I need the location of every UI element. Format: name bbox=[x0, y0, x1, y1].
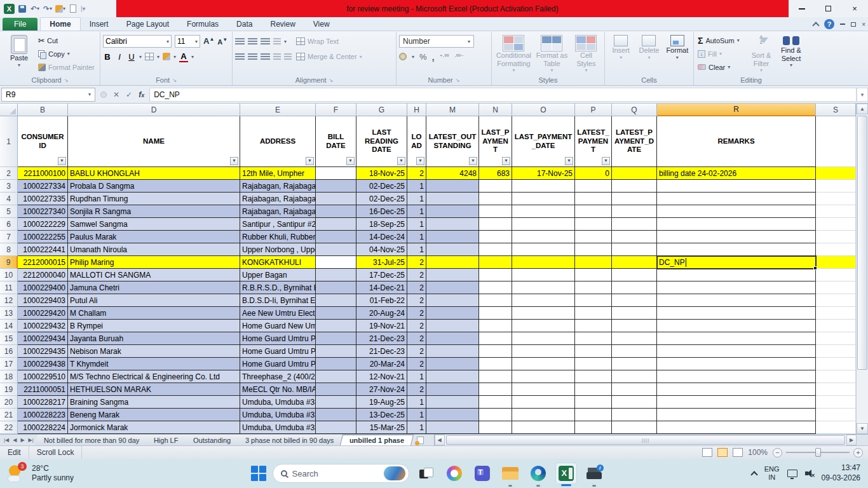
cell-bill_date-row11[interactable] bbox=[316, 281, 356, 294]
insert-cells-button[interactable]: Insert▾ bbox=[607, 34, 634, 75]
align-top-icon[interactable] bbox=[235, 38, 245, 45]
align-right-icon[interactable] bbox=[261, 53, 270, 60]
alignment-dialog-launcher[interactable]: ↘ bbox=[329, 78, 334, 83]
cell-last_payment-row13[interactable] bbox=[479, 307, 512, 320]
cell-address-row20[interactable]: Umduba, Umduba #331130010 bbox=[240, 396, 316, 409]
cell-last_reading-row19[interactable]: 27-Nov-24 bbox=[356, 383, 407, 396]
cell-name-row7[interactable]: Paulus Marak bbox=[68, 231, 240, 243]
cell-last_payment_date-row5[interactable] bbox=[512, 205, 575, 218]
find-select-button[interactable]: Find & Select▾ bbox=[776, 34, 806, 75]
cell-last_payment_date-row17[interactable] bbox=[512, 358, 575, 370]
network-icon[interactable] bbox=[787, 470, 797, 477]
cell-id-row18[interactable]: 1000229510 bbox=[18, 370, 68, 383]
task-view-button[interactable] bbox=[416, 463, 437, 484]
filter-dropdown-icon[interactable]: ▼ bbox=[565, 157, 573, 165]
cell-latest_payment_date-row3[interactable] bbox=[612, 180, 657, 193]
cell-last_reading-row10[interactable]: 17-Dec-25 bbox=[356, 269, 407, 281]
cell-id-row22[interactable]: 1000228224 bbox=[18, 421, 68, 434]
filter-dropdown-icon[interactable]: ▼ bbox=[416, 157, 424, 165]
select-all-corner[interactable] bbox=[0, 104, 18, 116]
cell-last_payment_date-row11[interactable] bbox=[512, 281, 575, 294]
cell-load-row2[interactable]: 2 bbox=[407, 167, 426, 180]
row-header-21[interactable]: 21 bbox=[0, 409, 18, 421]
cell-bill_date-row16[interactable] bbox=[316, 345, 356, 358]
row-header-17[interactable]: 17 bbox=[0, 358, 18, 370]
cell-id-row5[interactable]: 1000227340 bbox=[18, 205, 68, 218]
cell-bill_date-row13[interactable] bbox=[316, 307, 356, 320]
cell-id-row7[interactable]: 1000222255 bbox=[18, 231, 68, 243]
ribbon-tab-review[interactable]: Review bbox=[261, 18, 304, 30]
header-cell-last-reading-date[interactable]: LAST READING DATE▼ bbox=[356, 116, 407, 167]
filter-dropdown-icon[interactable]: ▼ bbox=[346, 157, 355, 165]
cell-remarks-row22[interactable] bbox=[657, 421, 816, 434]
cell-latest_payment-row6[interactable] bbox=[575, 218, 612, 231]
cell-outstanding-row3[interactable] bbox=[426, 180, 479, 193]
column-header-F[interactable]: F bbox=[316, 104, 356, 116]
row-header-8[interactable]: 8 bbox=[0, 243, 18, 256]
cell-latest_payment_date-row16[interactable] bbox=[612, 345, 657, 358]
cell-load-row13[interactable]: 2 bbox=[407, 307, 426, 320]
cell-last_payment_date-row8[interactable] bbox=[512, 243, 575, 256]
cell-last_payment-row11[interactable] bbox=[479, 281, 512, 294]
cell-address-row13[interactable]: Aee New Umtru Electrical Sub bbox=[240, 307, 316, 320]
undo-icon[interactable]: ↶▾ bbox=[30, 4, 40, 14]
cell-remarks-row11[interactable] bbox=[657, 281, 816, 294]
comma-icon[interactable]: , bbox=[432, 51, 435, 62]
cell-name-row2[interactable]: BABLU KHONGLAH bbox=[68, 167, 240, 180]
header-cell-latest-outstanding[interactable]: LATEST_OUTSTANDING▼ bbox=[426, 116, 479, 167]
cell-s-row14[interactable] bbox=[816, 320, 856, 332]
cell-name-row6[interactable]: Samwel Sangma bbox=[68, 218, 240, 231]
cell-load-row18[interactable]: 1 bbox=[407, 370, 426, 383]
cell-latest_payment-row3[interactable] bbox=[575, 180, 612, 193]
cell-s-row21[interactable] bbox=[816, 409, 856, 421]
cell-last_reading-row4[interactable]: 02-Dec-25 bbox=[356, 193, 407, 205]
cell-latest_payment_date-row17[interactable] bbox=[612, 358, 657, 370]
cell-remarks-row14[interactable] bbox=[657, 320, 816, 332]
cell-outstanding-row5[interactable] bbox=[426, 205, 479, 218]
cut-button[interactable]: ✂Cut bbox=[37, 34, 96, 47]
delete-cells-button[interactable]: Delete▾ bbox=[635, 34, 662, 75]
scroll-right-icon[interactable]: ▶ bbox=[846, 435, 857, 445]
cell-bill_date-row9[interactable] bbox=[316, 256, 356, 269]
cell-remarks-row17[interactable] bbox=[657, 358, 816, 370]
cell-latest_payment-row17[interactable] bbox=[575, 358, 612, 370]
header-cell-remarks[interactable]: REMARKS bbox=[657, 116, 816, 167]
cell-id-row9[interactable]: 2212000015 bbox=[18, 256, 68, 269]
cell-name-row8[interactable]: Umanath Niroula bbox=[68, 243, 240, 256]
cell-last_payment_date-row9[interactable] bbox=[512, 256, 575, 269]
cell-outstanding-row19[interactable] bbox=[426, 383, 479, 396]
cell-load-row9[interactable]: 2 bbox=[407, 256, 426, 269]
cell-outstanding-row17[interactable] bbox=[426, 358, 479, 370]
cell-last_reading-row12[interactable]: 01-Feb-22 bbox=[356, 294, 407, 307]
cell-s-row8[interactable] bbox=[816, 243, 856, 256]
cell-last_payment-row15[interactable] bbox=[479, 332, 512, 345]
cell-last_payment-row18[interactable] bbox=[479, 370, 512, 383]
name-box-dropdown-icon[interactable]: ▾ bbox=[88, 92, 91, 97]
cell-bill_date-row5[interactable] bbox=[316, 205, 356, 218]
cell-name-row10[interactable]: MALLOTI CH SANGMA bbox=[68, 269, 240, 281]
workbook-minimize-button[interactable] bbox=[840, 24, 845, 25]
cell-id-row12[interactable]: 1000229403 bbox=[18, 294, 68, 307]
cell-id-row13[interactable]: 1000229420 bbox=[18, 307, 68, 320]
cell-load-row3[interactable]: 1 bbox=[407, 180, 426, 193]
row-header-15[interactable]: 15 bbox=[0, 332, 18, 345]
cell-latest_payment_date-row2[interactable] bbox=[612, 167, 657, 180]
row-header-6[interactable]: 6 bbox=[0, 218, 18, 231]
cell-latest_payment_date-row7[interactable] bbox=[612, 231, 657, 243]
font-size-select[interactable]: 11▾ bbox=[175, 35, 200, 48]
cell-outstanding-row22[interactable] bbox=[426, 421, 479, 434]
close-button[interactable]: × bbox=[850, 4, 859, 13]
row-header-22[interactable]: 22 bbox=[0, 421, 18, 434]
cell-remarks-row10[interactable] bbox=[657, 269, 816, 281]
cell-id-row4[interactable]: 1000227335 bbox=[18, 193, 68, 205]
cell-latest_payment-row13[interactable] bbox=[575, 307, 612, 320]
sheet-tab-outstanding[interactable]: Outstanding bbox=[184, 435, 241, 445]
row-header-5[interactable]: 5 bbox=[0, 205, 18, 218]
zoom-thumb[interactable] bbox=[815, 448, 821, 457]
cell-load-row11[interactable]: 2 bbox=[407, 281, 426, 294]
cell-load-row5[interactable]: 1 bbox=[407, 205, 426, 218]
cell-s-row5[interactable] bbox=[816, 205, 856, 218]
copy-button[interactable]: Copy▾ bbox=[37, 47, 96, 60]
cell-last_payment-row19[interactable] bbox=[479, 383, 512, 396]
number-format-select[interactable]: Number▾ bbox=[399, 35, 474, 48]
